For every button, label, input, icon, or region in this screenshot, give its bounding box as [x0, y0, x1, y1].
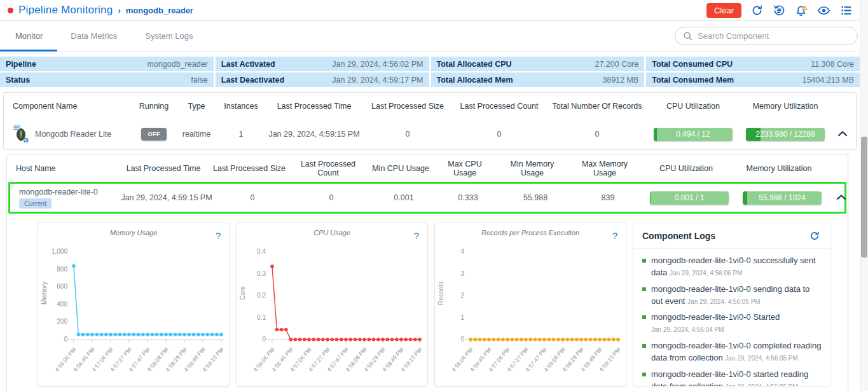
breadcrumb-pipeline-name: mongodb_reader: [126, 6, 193, 15]
host-collapse-chevron-icon[interactable]: [836, 194, 846, 200]
host-table-headers: Host NameLast Processed TimeLast Process…: [7, 155, 848, 182]
component-collapse-chevron-icon[interactable]: [837, 130, 848, 137]
active-tab-indicator: [0, 50, 57, 51]
svg-text:1: 1: [460, 314, 464, 321]
tab-system-logs[interactable]: System Logs: [145, 31, 193, 41]
search-icon: [683, 31, 692, 41]
component-last-processed-time: Jan 29, 2024, 4:59:15 PM: [266, 130, 362, 139]
component-table-row[interactable]: Mongodb Reader Lite OFF realtime 1 Jan 2…: [4, 120, 856, 149]
host-min-cpu-usage: 0.001: [371, 193, 436, 202]
search-input[interactable]: [698, 31, 850, 41]
chart-help-icon[interactable]: ?: [414, 230, 419, 241]
host-table-row-highlighted[interactable]: mongodb-reader-lite-0 Current Jan 29, 20…: [8, 182, 846, 214]
chart-card-cpu-usage: CPU Usage?00.10.20.30.4Core4:56:06 PM4:5…: [236, 223, 428, 387]
svg-text:Memory: Memory: [41, 282, 48, 305]
host-memory-utilization-value: 55.988 / 1024: [743, 191, 822, 205]
host-last-processed-time: Jan 29, 2024, 4:59:15 PM: [120, 193, 214, 202]
component-instances: 1: [216, 130, 266, 139]
svg-text:400: 400: [57, 301, 67, 308]
eye-icon[interactable]: [816, 3, 830, 17]
svg-text:0: 0: [460, 336, 464, 343]
component-total-records: 0: [546, 130, 649, 139]
column-header: CPU Utilization: [649, 102, 738, 111]
breadcrumb-chevron-icon: ›: [118, 6, 120, 15]
records-per-process-execution-plot[interactable]: 01234Records4:56:06 PM4:56:45 PM4:57:06 …: [435, 237, 626, 381]
host-memory-utilization-bar: 55.988 / 1024: [743, 191, 822, 205]
log-bullet-icon: [642, 259, 646, 263]
column-header: Host Name: [7, 164, 116, 173]
column-header: Max CPU Usage: [433, 160, 497, 177]
chart-help-icon[interactable]: ?: [216, 230, 221, 241]
component-logs-panel: Component Logs mongodb-reader-lite-1vi0-…: [633, 223, 831, 387]
svg-text:0.2: 0.2: [257, 292, 266, 299]
memory-usage-plot[interactable]: 02004006008001,000Memory4:56:06 PM4:56:4…: [38, 237, 229, 381]
svg-text:200: 200: [57, 318, 67, 325]
scrollbar-thumb[interactable]: [861, 137, 867, 257]
column-header: Last Processed Time: [266, 102, 362, 111]
column-header: Memory Utilization: [731, 164, 827, 173]
column-header: Last Processed Count: [288, 160, 368, 177]
chart-card-memory-usage: Memory Usage?02004006008001,000Memory4:5…: [38, 223, 230, 387]
column-header: Last Processed Size: [210, 164, 288, 173]
svg-text:Records: Records: [437, 281, 444, 305]
component-type: realtime: [177, 130, 216, 139]
host-min-memory-usage: 55.988: [500, 193, 571, 202]
refresh-icon[interactable]: [750, 3, 764, 17]
log-bullet-icon: [642, 315, 646, 319]
svg-text:0.3: 0.3: [257, 270, 266, 277]
host-detail-row: Memory Usage?02004006008001,000Memory4:5…: [7, 214, 848, 387]
tab-monitor[interactable]: Monitor: [15, 31, 43, 41]
log-entry: mongodb-reader-lite-1vi0-0 completed rea…: [642, 340, 823, 364]
top-header: Pipeline Monitoring › mongodb_reader Cle…: [0, 0, 868, 21]
column-header: CPU Utilization: [642, 164, 731, 173]
summary-pipeline: Pipelinemongodb_reader: [0, 57, 214, 71]
svg-text:2: 2: [460, 292, 464, 299]
column-header: Total Number Of Records: [546, 102, 649, 111]
summary-status: Statusfalse: [0, 72, 214, 87]
summary-total-allocated-mem: Total Allocated Mem38912 MB: [431, 72, 645, 87]
host-cpu-utilization-value: 0.001 / 1: [650, 191, 729, 205]
component-logs-list: mongodb-reader-lite-1vi0-0 successfully …: [633, 249, 830, 387]
running-toggle[interactable]: OFF: [141, 128, 166, 141]
summary-total-consumed-cpu: Total Consumed CPU11.308 Core: [646, 57, 860, 71]
column-header: Min CPU Usage: [368, 164, 433, 173]
history-icon[interactable]: [772, 3, 786, 17]
svg-text:0: 0: [262, 336, 266, 343]
logs-refresh-icon[interactable]: [808, 229, 822, 243]
column-header: Last Processed Count: [453, 102, 546, 111]
alerts-bell-icon[interactable]: [794, 3, 808, 17]
cpu-usage-plot[interactable]: 00.10.20.30.4Core4:56:06 PM4:56:45 PM4:5…: [237, 237, 427, 381]
svg-text:1,000: 1,000: [52, 248, 67, 255]
list-icon[interactable]: [839, 3, 853, 17]
svg-text:4: 4: [460, 248, 464, 255]
chart-title: Memory Usage: [38, 229, 229, 237]
column-header: Last Processed Time: [116, 164, 210, 173]
component-table-headers: Component NameRunningTypeInstancesLast P…: [4, 93, 856, 120]
scrollbar-track[interactable]: [860, 0, 868, 391]
page-title: Pipeline Monitoring: [18, 4, 113, 17]
log-bullet-icon: [642, 373, 646, 376]
summary-total-allocated-cpu: Total Allocated CPU27.200 Core: [431, 57, 645, 71]
tab-bar: MonitorData MetricsSystem Logs: [0, 21, 868, 51]
column-header: Running: [131, 102, 177, 111]
search-component-box[interactable]: [675, 27, 858, 45]
tab-data-metrics[interactable]: Data Metrics: [71, 31, 117, 41]
svg-text:600: 600: [57, 283, 67, 290]
current-badge: Current: [19, 198, 52, 209]
column-header: Min Memory Usage: [497, 160, 568, 177]
pipeline-status-dot-icon: [8, 8, 13, 13]
host-max-memory-usage: 839: [571, 193, 645, 202]
log-bullet-icon: [642, 344, 646, 348]
log-bullet-icon: [642, 287, 646, 291]
host-last-processed-count: 0: [291, 193, 371, 202]
component-name: Mongodb Reader Lite: [35, 130, 111, 139]
svg-text:0.1: 0.1: [257, 314, 266, 321]
column-header: Component Name: [4, 102, 131, 111]
svg-text:0.4: 0.4: [257, 248, 266, 255]
chart-help-icon[interactable]: ?: [612, 230, 617, 241]
header-actions: Clear: [706, 3, 858, 18]
svg-text:800: 800: [57, 266, 67, 273]
chart-card-records-per-process-execution: Records per Process Execution?01234Recor…: [434, 223, 626, 387]
clear-button[interactable]: Clear: [706, 3, 741, 18]
log-entry: mongodb-reader-lite-1vi0-0 Started Jan 2…: [642, 312, 823, 336]
